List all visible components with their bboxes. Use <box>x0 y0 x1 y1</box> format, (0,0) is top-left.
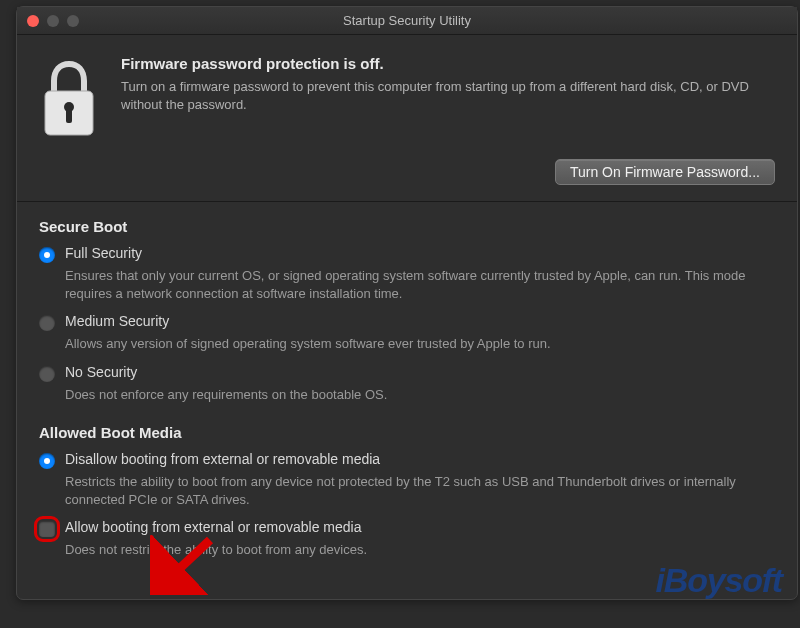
radio-button-icon <box>39 453 55 469</box>
radio-label: Allow booting from external or removable… <box>65 519 361 535</box>
radio-allow-external[interactable]: Allow booting from external or removable… <box>39 519 775 537</box>
radio-button-icon <box>39 315 55 331</box>
divider <box>17 201 797 202</box>
boot-media-heading: Allowed Boot Media <box>39 424 775 441</box>
boot-media-group: Disallow booting from external or remova… <box>39 451 775 560</box>
radio-label: Full Security <box>65 245 142 261</box>
radio-description: Restricts the ability to boot from any d… <box>65 473 775 509</box>
radio-medium-security[interactable]: Medium Security <box>39 313 775 331</box>
radio-label: No Security <box>65 364 137 380</box>
radio-button-icon <box>39 521 55 537</box>
radio-label: Medium Security <box>65 313 169 329</box>
lock-icon <box>39 55 99 141</box>
svg-rect-3 <box>66 109 72 123</box>
radio-disallow-external[interactable]: Disallow booting from external or remova… <box>39 451 775 469</box>
secure-boot-group: Full Security Ensures that only your cur… <box>39 245 775 404</box>
radio-full-security[interactable]: Full Security <box>39 245 775 263</box>
firmware-text: Firmware password protection is off. Tur… <box>121 55 775 114</box>
radio-button-icon <box>39 366 55 382</box>
turn-on-firmware-password-button[interactable]: Turn On Firmware Password... <box>555 159 775 185</box>
radio-description: Does not enforce any requirements on the… <box>65 386 775 404</box>
titlebar: Startup Security Utility <box>17 7 797 35</box>
firmware-section: Firmware password protection is off. Tur… <box>39 55 775 141</box>
window-title: Startup Security Utility <box>17 13 797 28</box>
secure-boot-heading: Secure Boot <box>39 218 775 235</box>
radio-label: Disallow booting from external or remova… <box>65 451 380 467</box>
radio-description: Does not restrict the ability to boot fr… <box>65 541 775 559</box>
radio-description: Ensures that only your current OS, or si… <box>65 267 775 303</box>
firmware-button-row: Turn On Firmware Password... <box>39 159 775 185</box>
firmware-description: Turn on a firmware password to prevent t… <box>121 78 775 114</box>
firmware-heading: Firmware password protection is off. <box>121 55 775 72</box>
app-window: Startup Security Utility Firmware passwo… <box>16 6 798 600</box>
radio-no-security[interactable]: No Security <box>39 364 775 382</box>
radio-button-icon <box>39 247 55 263</box>
radio-description: Allows any version of signed operating s… <box>65 335 775 353</box>
content-area: Firmware password protection is off. Tur… <box>17 35 797 599</box>
